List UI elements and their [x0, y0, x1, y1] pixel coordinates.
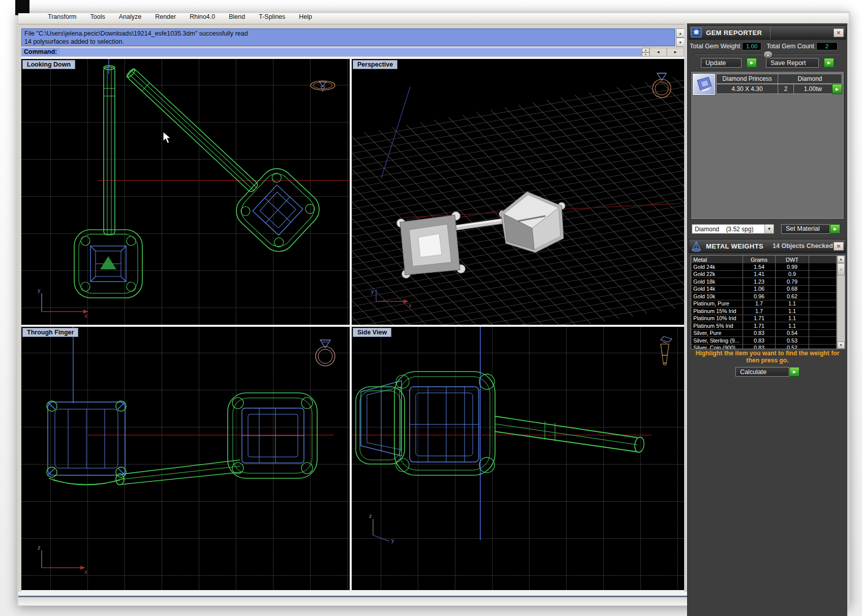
total-gem-weight-label: Total Gem Weight: [690, 43, 740, 50]
update-go-icon[interactable]: ▶: [747, 58, 757, 68]
viewport-label[interactable]: Through Finger: [22, 328, 78, 337]
gem-row[interactable]: Diamond Princess Diamond 4.30 X 4.30 2 1…: [693, 74, 842, 95]
command-spinner[interactable]: ▲ ▼: [642, 48, 650, 56]
spin-down-icon[interactable]: ▼: [642, 52, 650, 57]
col-grams: Grams: [743, 256, 776, 263]
gem-reporter-title: GEM REPORTER: [706, 29, 762, 37]
command-history[interactable]: File "C:\Users\jelena.pecic\Downloads\19…: [21, 28, 675, 46]
material-dropdown[interactable]: Diamond (3.52 spg) ▼: [692, 224, 774, 234]
metal-row[interactable]: Platinum 10% Irid 1.71 1.1: [691, 315, 845, 323]
looking-down-model: [21, 59, 350, 325]
metal-row[interactable]: Gold 22k 1.41 0.9: [691, 271, 845, 279]
command-prompt-row: Command: ▲ ▼ ◄ ►: [21, 48, 684, 56]
gem-go-icon[interactable]: ▶: [832, 84, 842, 94]
metal-row[interactable]: Platinum 5% Irid 1.71 1.1: [691, 322, 845, 330]
gem-totals-row: Total Gem Weight 1.00 Total Gem Count 2: [690, 42, 845, 51]
menu-tsplines[interactable]: T-Splines: [259, 13, 285, 23]
gem-list: Diamond Princess Diamond 4.30 X 4.30 2 1…: [691, 71, 844, 220]
menu-rhino[interactable]: Rhino4.0: [190, 13, 215, 23]
metal-row[interactable]: Platinum, Pure 1.7 1.1: [691, 300, 845, 308]
viewport-grid: Looking Down y x: [21, 57, 687, 592]
collapse-button[interactable]: ▲: [763, 51, 773, 58]
command-prompt-label: Command:: [21, 48, 60, 56]
command-history-scrollbar: ▲ ▼: [676, 28, 685, 47]
material-row: Diamond (3.52 spg) ▼ Set Material ▶: [692, 224, 845, 234]
save-report-go-icon[interactable]: ▶: [824, 58, 834, 68]
total-gem-weight-value: 1.00: [742, 42, 761, 50]
col-metal: Metal: [691, 256, 743, 263]
header-divider: [770, 26, 771, 39]
menu-blend[interactable]: Blend: [229, 13, 245, 23]
metal-weights-header: METAL WEIGHTS 14 Objects Checked ✕: [689, 239, 846, 253]
svg-text:x: x: [84, 569, 87, 575]
gem-material-cell: Diamond: [778, 74, 842, 84]
close-icon[interactable]: ✕: [834, 28, 844, 37]
command-input[interactable]: [60, 48, 642, 56]
metal-row[interactable]: Gold 10k 0.96 0.62: [691, 293, 845, 300]
total-gem-count-label: Total Gem Count: [766, 43, 814, 50]
metal-row[interactable]: Gold 24k 1.54 0.99: [691, 263, 845, 271]
history-line: 14 polysurfaces added to selection.: [24, 38, 672, 46]
dropdown-arrow-icon[interactable]: ▼: [764, 225, 774, 233]
save-report-button[interactable]: Save Report: [766, 58, 819, 68]
calculate-go-icon[interactable]: ▶: [789, 367, 799, 377]
ring-front-view-icon: [646, 68, 677, 101]
history-line: File "C:\Users\jelena.pecic\Downloads\19…: [24, 29, 672, 38]
right-panel: GEM REPORTER ✕ Total Gem Weight 1.00 Tot…: [687, 23, 847, 616]
metal-row[interactable]: Silver, Sterling (9... 0.83 0.53: [691, 337, 845, 345]
svg-text:x: x: [84, 313, 87, 319]
menu-tools[interactable]: Tools: [90, 13, 105, 23]
gem-weight-cell: 1.00tw: [793, 84, 833, 94]
metal-row[interactable]: Platinum 15% Irid 1.7 1.1: [691, 307, 845, 315]
viewport-through-finger[interactable]: Through Finger z x: [21, 327, 350, 590]
metal-row[interactable]: Gold 14k 1.06 0.68: [691, 286, 845, 293]
viewport-label[interactable]: Side View: [353, 328, 391, 337]
scroll-right-button[interactable]: ►: [667, 48, 684, 56]
calculate-button[interactable]: Calculate: [735, 367, 789, 377]
menu-render[interactable]: Render: [155, 13, 176, 23]
gem-count-cell: 2: [778, 84, 794, 94]
scroll-up-icon[interactable]: ▲: [837, 256, 845, 263]
svg-text:y: y: [38, 287, 41, 293]
set-material-button[interactable]: Set Material: [781, 224, 830, 234]
weight-instructions: Highlight the item you want to find the …: [688, 350, 847, 364]
scroll-up-icon[interactable]: ▲: [676, 28, 685, 38]
mouse-cursor: [163, 131, 174, 144]
screenshot-root: Transform Tools Analyze Render Rhino4.0 …: [0, 0, 862, 616]
viewport-label[interactable]: Looking Down: [22, 60, 75, 69]
gem-size-cell: 4.30 X 4.30: [716, 84, 778, 94]
viewport-looking-down[interactable]: Looking Down y x: [21, 59, 350, 325]
spin-up-icon[interactable]: ▲: [642, 48, 650, 52]
gem-reporter-header: GEM REPORTER ✕: [689, 25, 846, 40]
viewport-label[interactable]: Perspective: [353, 60, 397, 69]
metal-row[interactable]: Gold 18k 1.23 0.79: [691, 278, 845, 286]
scroll-down-icon[interactable]: ▼: [676, 38, 685, 47]
svg-text:z: z: [369, 513, 372, 519]
scroll-left-button[interactable]: ◄: [650, 48, 667, 56]
metal-row[interactable]: Silver, Pure 0.83 0.54: [691, 330, 845, 337]
gem-thumbnail: [693, 74, 715, 95]
viewport-perspective[interactable]: Perspective y x: [352, 59, 687, 325]
stud-side-view-icon: [654, 334, 676, 367]
update-button[interactable]: Update: [701, 58, 742, 68]
scroll-down-icon[interactable]: ▼: [837, 342, 845, 349]
col-dwt: DWT: [776, 256, 809, 263]
close-icon[interactable]: ✕: [834, 242, 844, 251]
gem-cut-cell: Diamond Princess: [716, 74, 778, 84]
princess-gem-icon: [693, 74, 715, 95]
set-material-go-icon[interactable]: ▶: [830, 224, 840, 234]
gem-row-table: Diamond Princess Diamond 4.30 X 4.30 2 1…: [717, 74, 842, 95]
menu-help[interactable]: Help: [299, 13, 312, 23]
menu-transform[interactable]: Transform: [48, 13, 77, 23]
viewport-side-view[interactable]: Side View z y: [352, 327, 687, 590]
scrollbar-thumb[interactable]: ≡: [837, 263, 845, 275]
menu-analyze[interactable]: Analyze: [119, 13, 141, 23]
ring-front-view-icon: [310, 335, 341, 368]
axis-indicator: z y: [365, 513, 411, 543]
menu-bar: Transform Tools Analyze Render Rhino4.0 …: [18, 13, 849, 24]
collapse-icon: ▲: [766, 53, 769, 56]
svg-text:x: x: [409, 302, 412, 309]
metal-row[interactable]: Silver, Coin (900) 0.83 0.52: [691, 345, 845, 350]
svg-text:y: y: [391, 537, 394, 543]
table-scrollbar[interactable]: ▲ ≡ ▼: [837, 256, 845, 349]
